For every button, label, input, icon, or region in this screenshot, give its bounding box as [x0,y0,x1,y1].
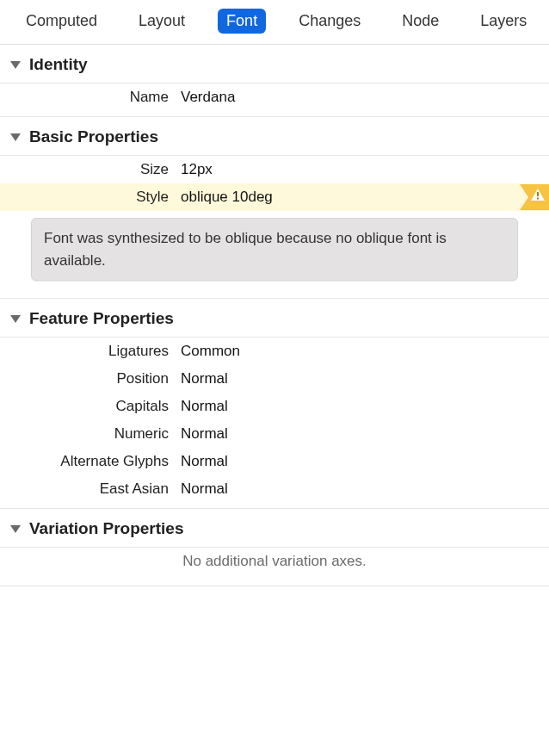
prop-value: Normal [181,480,549,498]
prop-label: Ligatures [0,343,181,360]
section-basic: Basic Properties Size 12px Style oblique… [0,117,549,299]
tab-font[interactable]: Font [218,9,266,34]
tabs-bar: Computed Layout Font Changes Node Layers [0,0,549,45]
tab-layout[interactable]: Layout [130,9,194,34]
prop-value: Normal [181,370,549,387]
prop-row-capitals: Capitals Normal [0,393,549,420]
section-feature: Feature Properties Ligatures Common Posi… [0,299,549,509]
section-title: Identity [29,55,88,74]
prop-value: 12px [181,161,549,178]
prop-label: Name [0,89,181,106]
prop-row-alternate-glyphs: Alternate Glyphs Normal [0,448,549,475]
section-header-variation[interactable]: Variation Properties [0,509,549,548]
prop-label: Position [0,370,181,387]
section-title: Variation Properties [29,519,184,538]
tab-changes[interactable]: Changes [290,9,369,34]
section-identity: Identity Name Verdana [0,45,549,117]
prop-row-style: Style oblique 10deg [0,183,549,211]
prop-label: Style [0,189,181,206]
section-title: Basic Properties [29,127,158,146]
prop-value: Common [181,343,549,360]
svg-rect-2 [537,192,539,196]
prop-row-size: Size 12px [0,156,549,183]
prop-value: oblique 10deg [181,189,549,206]
prop-label: Alternate Glyphs [0,453,181,470]
prop-label: East Asian [0,480,181,498]
prop-row-east-asian: East Asian Normal [0,475,549,503]
prop-value: Normal [181,453,549,470]
tab-computed[interactable]: Computed [17,9,106,34]
tab-layers[interactable]: Layers [472,9,535,34]
section-title: Feature Properties [29,309,174,328]
prop-label: Capitals [0,398,181,415]
chevron-down-icon [10,315,21,323]
prop-row-ligatures: Ligatures Common [0,338,549,365]
variation-empty-message: No additional variation axes. [0,548,549,580]
chevron-down-icon [10,525,21,533]
prop-row-name: Name Verdana [0,84,549,111]
prop-value: Verdana [181,89,549,106]
prop-label: Numeric [0,425,181,443]
warning-tooltip: Font was synthesized to be oblique becau… [31,218,518,281]
section-header-feature[interactable]: Feature Properties [0,299,549,338]
prop-label: Size [0,161,181,178]
svg-rect-3 [537,198,539,200]
chevron-down-icon [10,133,21,141]
prop-row-numeric: Numeric Normal [0,420,549,448]
section-header-identity[interactable]: Identity [0,45,549,84]
tab-node[interactable]: Node [393,9,447,34]
section-variation: Variation Properties No additional varia… [0,509,549,586]
prop-row-position: Position Normal [0,365,549,393]
chevron-down-icon [10,61,21,69]
prop-value: Normal [181,425,549,443]
warning-icon[interactable] [520,183,549,211]
section-header-basic[interactable]: Basic Properties [0,117,549,156]
prop-value: Normal [181,398,549,415]
